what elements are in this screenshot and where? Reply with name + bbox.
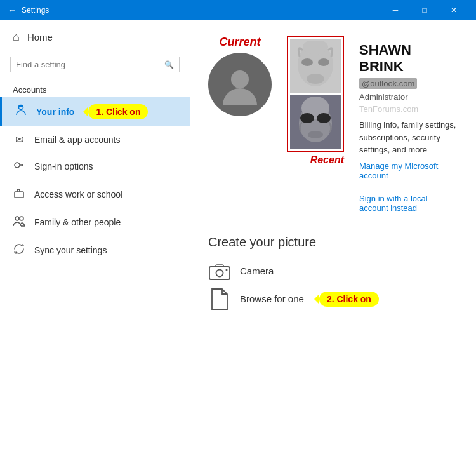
title-bar: ← Settings ─ □ ✕ <box>0 0 476 20</box>
app-body: ⌂ Home 🔍 Accounts Your info 1. Click on … <box>0 20 476 456</box>
sidebar-item-access-work[interactable]: Access work or school <box>0 180 190 208</box>
divider-1 <box>359 187 458 187</box>
close-button[interactable]: ✕ <box>439 0 468 20</box>
recent-label: Recent <box>310 154 344 166</box>
alien-avatar-1 <box>293 41 338 91</box>
home-label: Home <box>27 32 53 43</box>
svg-point-2 <box>15 163 20 168</box>
svg-point-10 <box>307 74 324 84</box>
profile-email: @outlook.com <box>359 78 417 89</box>
recent-section: Recent <box>287 36 344 217</box>
camera-icon <box>209 262 230 281</box>
search-input[interactable] <box>16 60 164 69</box>
svg-rect-17 <box>209 267 230 279</box>
profile-header: Current <box>208 36 458 217</box>
sidebar-item-sign-in[interactable]: Sign-in options <box>0 152 190 180</box>
person-icon <box>15 104 27 119</box>
sidebar-item-email-label: Email & app accounts <box>34 135 120 145</box>
sidebar: ⌂ Home 🔍 Accounts Your info 1. Click on … <box>0 20 190 456</box>
browse-icon-container <box>208 288 231 311</box>
svg-point-6 <box>231 70 249 88</box>
browse-file-icon <box>211 288 228 311</box>
svg-point-15 <box>317 113 331 123</box>
title-bar-left: ← Settings <box>8 5 49 15</box>
callout-step1: 1. Click on <box>88 104 148 119</box>
sidebar-item-sync[interactable]: Sync your settings <box>0 236 190 264</box>
svg-point-5 <box>20 217 23 220</box>
recent-image-1 <box>290 39 341 93</box>
avatar-circle <box>208 53 272 116</box>
manage-microsoft-link[interactable]: Manage my Microsoft account <box>359 161 458 180</box>
callout-step2: 2. Click on <box>319 292 379 307</box>
profile-name: SHAWN BRINK <box>359 42 458 75</box>
profile-role: Administrator <box>359 92 458 102</box>
alien-avatar-2 <box>293 97 338 147</box>
svg-point-18 <box>216 269 223 276</box>
svg-point-19 <box>226 269 228 271</box>
sidebar-item-email-accounts[interactable]: ✉ Email & app accounts <box>0 126 190 152</box>
current-label: Current <box>219 36 260 49</box>
sidebar-item-your-info-label: Your info <box>36 107 74 117</box>
create-picture-title: Create your picture <box>208 235 458 250</box>
svg-point-16 <box>308 131 323 138</box>
email-icon: ✉ <box>13 133 25 145</box>
browse-label: Browse for one <box>240 293 304 304</box>
browse-option: Browse for one 2. Click on <box>208 288 458 311</box>
accounts-section-label: Accounts <box>0 80 190 97</box>
svg-point-14 <box>300 113 314 123</box>
sidebar-item-signin-label: Sign-in options <box>34 161 93 171</box>
svg-rect-3 <box>15 192 23 198</box>
sidebar-item-sync-label: Sync your settings <box>34 245 107 255</box>
divider-2 <box>208 227 458 227</box>
camera-label: Camera <box>240 265 274 276</box>
sign-in-local-link[interactable]: Sign in with a local account instead <box>359 194 458 213</box>
avatar-person-icon <box>220 64 261 105</box>
sidebar-item-family[interactable]: Family & other people <box>0 208 190 236</box>
recent-image-2 <box>290 95 341 149</box>
profile-description: Billing info, family settings, subscript… <box>359 119 458 156</box>
sidebar-item-your-info[interactable]: Your info 1. Click on <box>0 97 190 126</box>
sidebar-item-family-label: Family & other people <box>34 217 121 227</box>
search-box: 🔍 <box>10 57 180 72</box>
svg-point-9 <box>318 58 329 66</box>
camera-icon-container <box>208 260 231 283</box>
window-controls: ─ □ ✕ <box>381 0 468 20</box>
briefcase-icon <box>13 187 25 201</box>
minimize-button[interactable]: ─ <box>381 0 410 20</box>
recent-images-wrapper <box>287 36 344 152</box>
watermark: TenForums.com <box>359 104 458 114</box>
sync-icon <box>13 243 25 257</box>
camera-option: Camera <box>208 260 458 283</box>
svg-point-8 <box>301 58 313 66</box>
home-icon: ⌂ <box>13 30 20 44</box>
title-bar-title: Settings <box>22 6 49 15</box>
search-icon: 🔍 <box>164 60 174 69</box>
key-icon <box>13 159 25 173</box>
sidebar-item-home[interactable]: ⌂ Home <box>0 20 190 54</box>
current-avatar-section: Current <box>208 36 272 217</box>
family-icon <box>13 215 25 229</box>
maximize-button[interactable]: □ <box>410 0 439 20</box>
svg-point-4 <box>15 217 19 220</box>
profile-info: SHAWN BRINK @outlook.com Administrator T… <box>359 36 458 217</box>
back-button[interactable]: ← <box>8 5 17 15</box>
sidebar-item-work-label: Access work or school <box>34 189 122 199</box>
content-area: Current <box>190 20 476 456</box>
